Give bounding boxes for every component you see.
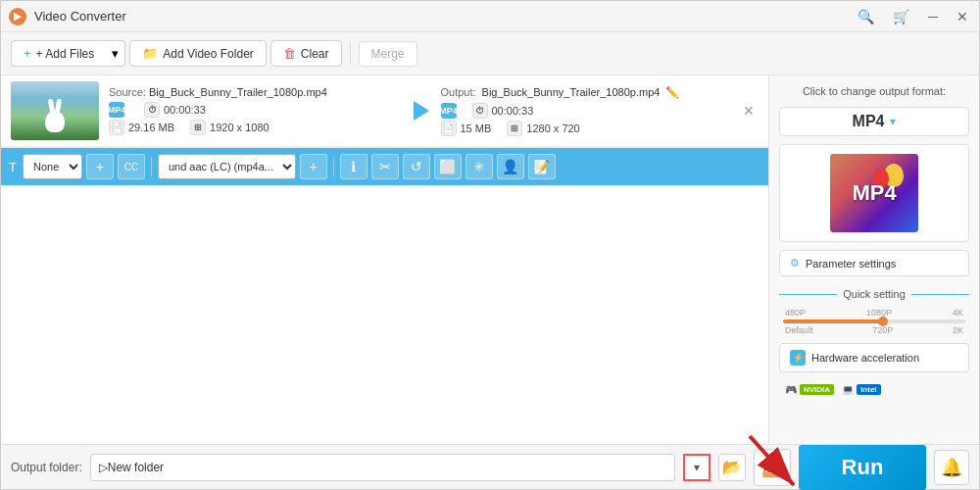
cart-icon[interactable]: 🛒 bbox=[889, 5, 912, 28]
window-title: Video Converter bbox=[34, 9, 854, 24]
add-audio-button[interactable]: + bbox=[300, 154, 327, 179]
toolbar-divider bbox=[350, 42, 351, 66]
merge-button[interactable]: Merge bbox=[359, 41, 417, 67]
source-resolution: 1920 x 1080 bbox=[210, 122, 270, 133]
watermark-button[interactable]: 👤 bbox=[497, 154, 524, 179]
search-icon[interactable]: 🔍 bbox=[854, 5, 877, 28]
source-metadata: MP4 ⏱ 00:00:33 bbox=[109, 102, 402, 118]
gpu-logos: 🎮 NVIDIA 💻 Intel bbox=[779, 380, 969, 399]
bottom-bar: Output folder: ▾ 📂 📥 Run bbox=[1, 444, 979, 489]
output-size-item: 📄 15 MB bbox=[441, 121, 492, 136]
subtitle-edit-button[interactable]: 📝 bbox=[528, 154, 556, 179]
output-duration: 00:00:33 bbox=[492, 105, 534, 117]
folder-dropdown-button[interactable]: ▾ bbox=[683, 454, 710, 481]
hardware-acceleration-button[interactable]: ⚡ Hardware acceleration bbox=[779, 343, 969, 372]
info-icon: ℹ bbox=[351, 159, 356, 174]
quick-setting-label-text: Quick setting bbox=[843, 288, 906, 300]
rotate-button[interactable]: ↺ bbox=[403, 154, 430, 179]
parameter-settings-button[interactable]: ⚙ Parameter settings bbox=[779, 250, 969, 276]
add-folder-label: Add Video Folder bbox=[163, 47, 254, 61]
subtitle-select[interactable]: None bbox=[23, 154, 82, 179]
source-size-item: 📄 29.16 MB bbox=[109, 120, 174, 135]
bunny-graphic bbox=[45, 111, 65, 132]
output-folder-label: Output folder: bbox=[11, 461, 82, 474]
format-preview: MP4 bbox=[779, 144, 969, 242]
folder-icon: 📁 bbox=[142, 46, 158, 61]
output-filename: Big_Buck_Bunny_Trailer_1080p.mp4 bbox=[482, 86, 661, 98]
output-format-label: Click to change output format: bbox=[779, 85, 969, 97]
intel-logo: 💻 Intel bbox=[842, 384, 880, 395]
intel-label: Intel bbox=[857, 384, 880, 395]
output-folder-input[interactable] bbox=[90, 454, 675, 481]
cc-icon: CC bbox=[124, 162, 138, 172]
edit-pencil-icon[interactable]: ✏️ bbox=[665, 86, 679, 99]
source-duration-item: ⏱ 00:00:33 bbox=[144, 102, 206, 118]
add-files-dropdown-button[interactable]: ▾ bbox=[106, 40, 125, 67]
selected-format: MP4 bbox=[853, 113, 885, 130]
output-duration-item: ⏱ 00:00:33 bbox=[472, 103, 534, 119]
cc-button[interactable]: CC bbox=[118, 154, 145, 179]
left-panel: Source: Big_Buck_Bunny_Trailer_1080p.mp4… bbox=[1, 75, 768, 444]
nvidia-label: NVIDIA bbox=[800, 384, 834, 395]
output-resolution-item: ⊞ 1280 x 720 bbox=[507, 121, 579, 136]
quick-setting-line-right bbox=[911, 294, 969, 295]
output-mp4-icon: MP4 bbox=[441, 103, 457, 119]
trash-icon: 🗑 bbox=[283, 46, 296, 61]
output-format-item: MP4 bbox=[441, 103, 457, 119]
scissors-icon: ✂ bbox=[379, 159, 391, 174]
quality-label-480p: 480P bbox=[785, 308, 806, 318]
add-files-group: + + Add Files ▾ bbox=[11, 40, 125, 67]
minimize-button[interactable]: ─ bbox=[924, 8, 942, 25]
main-area: Source: Big_Buck_Bunny_Trailer_1080p.mp4… bbox=[1, 75, 979, 444]
browse-folder-button[interactable]: 📂 bbox=[718, 454, 746, 481]
output-size: 15 MB bbox=[461, 122, 492, 134]
file-thumbnail bbox=[11, 81, 99, 140]
clear-button[interactable]: 🗑 Clear bbox=[270, 40, 342, 67]
mp4-preview-graphic: MP4 bbox=[830, 154, 918, 232]
quick-setting-section: Quick setting bbox=[779, 288, 969, 300]
format-selector-button[interactable]: MP4 ▾ bbox=[779, 107, 969, 136]
add-video-folder-button[interactable]: 📁 Add Video Folder bbox=[129, 40, 267, 67]
edit-toolbar: T None + CC und aac (LC) (mp4a... + ℹ ✂ … bbox=[1, 148, 768, 185]
quality-label-720p: 720P bbox=[872, 325, 893, 335]
mp4-label: MP4 bbox=[852, 180, 896, 206]
main-toolbar: + + Add Files ▾ 📁 Add Video Folder 🗑 Cle… bbox=[1, 32, 979, 75]
time-icon: ⏱ bbox=[144, 102, 160, 118]
output-metadata-2: 📄 15 MB ⊞ 1280 x 720 bbox=[441, 121, 734, 136]
add-files-button[interactable]: + + Add Files bbox=[11, 40, 106, 67]
close-button[interactable]: ✕ bbox=[954, 8, 971, 25]
trim-button[interactable]: ✂ bbox=[371, 154, 399, 179]
run-label: Run bbox=[842, 455, 884, 480]
run-button[interactable]: Run bbox=[799, 445, 926, 490]
mp4-icon: MP4 bbox=[109, 102, 124, 118]
source-format-item: MP4 bbox=[109, 102, 128, 118]
crop-button[interactable]: ⬜ bbox=[434, 154, 462, 179]
quality-slider-track bbox=[783, 319, 965, 323]
quality-labels-top: 480P 1080P 4K bbox=[783, 308, 965, 318]
alarm-button[interactable]: 🔔 bbox=[934, 450, 969, 485]
output-resolution: 1280 x 720 bbox=[526, 122, 579, 134]
output-time-icon: ⏱ bbox=[472, 103, 488, 119]
settings-icon: ⚙ bbox=[790, 257, 800, 270]
add-subtitle-button[interactable]: + bbox=[86, 154, 114, 179]
title-bar: ▶ Video Converter 🔍 🛒 ─ ✕ bbox=[1, 1, 979, 32]
plus-icon-2: + bbox=[310, 159, 318, 174]
remove-file-button[interactable]: ✕ bbox=[739, 101, 759, 121]
import-button[interactable]: 📥 bbox=[754, 449, 791, 486]
file-source-info: Source: Big_Buck_Bunny_Trailer_1080p.mp4… bbox=[109, 86, 402, 135]
info-button[interactable]: ℹ bbox=[340, 154, 368, 179]
output-size-icon: 📄 bbox=[441, 121, 457, 136]
plus-icon: + bbox=[96, 159, 104, 174]
audio-track-select[interactable]: und aac (LC) (mp4a... bbox=[158, 154, 296, 179]
crop-icon: ⬜ bbox=[439, 159, 456, 174]
watermark-icon: 👤 bbox=[502, 159, 518, 174]
quick-setting-line-left bbox=[779, 294, 837, 295]
effects-button[interactable]: ✳ bbox=[466, 154, 493, 179]
file-list-area: Source: Big_Buck_Bunny_Trailer_1080p.mp4… bbox=[1, 75, 768, 148]
folder-open-icon: 📂 bbox=[722, 458, 742, 476]
nvidia-logo: 🎮 NVIDIA bbox=[785, 384, 834, 395]
output-label: Output: Big_Buck_Bunny_Trailer_1080p.mp4… bbox=[441, 86, 734, 99]
quality-slider-fill bbox=[783, 319, 883, 323]
conversion-arrow bbox=[402, 101, 441, 121]
toolbar-divider-1 bbox=[151, 157, 152, 176]
